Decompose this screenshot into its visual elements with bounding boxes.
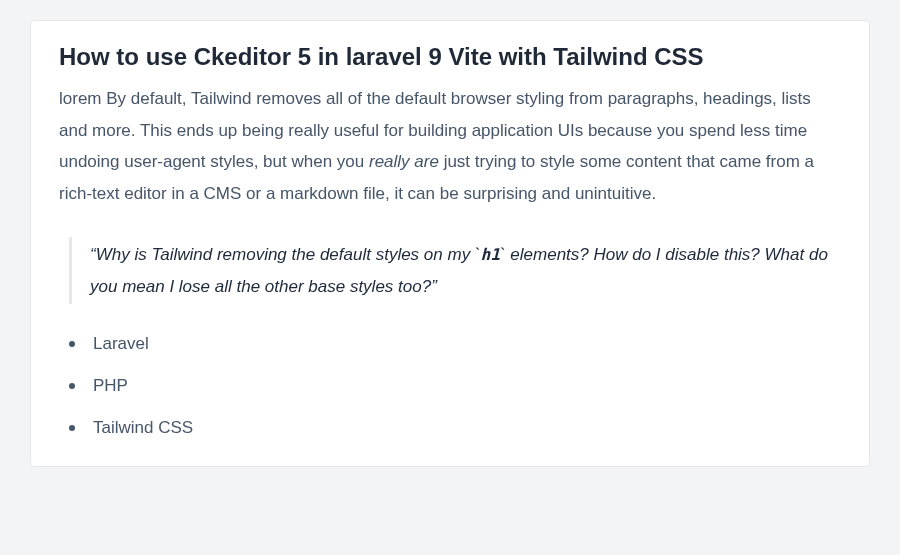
list-item: Laravel bbox=[59, 334, 841, 354]
body-emphasis: really are bbox=[369, 152, 439, 171]
article-body-text: lorem By default, Tailwind removes all o… bbox=[59, 83, 841, 209]
list-item-label: Laravel bbox=[93, 334, 149, 354]
list-item: PHP bbox=[59, 376, 841, 396]
article-card: How to use Ckeditor 5 in laravel 9 Vite … bbox=[30, 20, 870, 467]
bullet-icon bbox=[69, 425, 75, 431]
list-item: Tailwind CSS bbox=[59, 418, 841, 438]
bullet-icon bbox=[69, 341, 75, 347]
list-item-label: PHP bbox=[93, 376, 128, 396]
bullet-icon bbox=[69, 383, 75, 389]
quote-pre: “Why is Tailwind removing the default st… bbox=[90, 245, 481, 264]
list-item-label: Tailwind CSS bbox=[93, 418, 193, 438]
article-list: Laravel PHP Tailwind CSS bbox=[59, 334, 841, 438]
article-title: How to use Ckeditor 5 in laravel 9 Vite … bbox=[59, 41, 841, 73]
quote-code: h1 bbox=[481, 245, 500, 264]
article-blockquote: “Why is Tailwind removing the default st… bbox=[69, 237, 841, 304]
